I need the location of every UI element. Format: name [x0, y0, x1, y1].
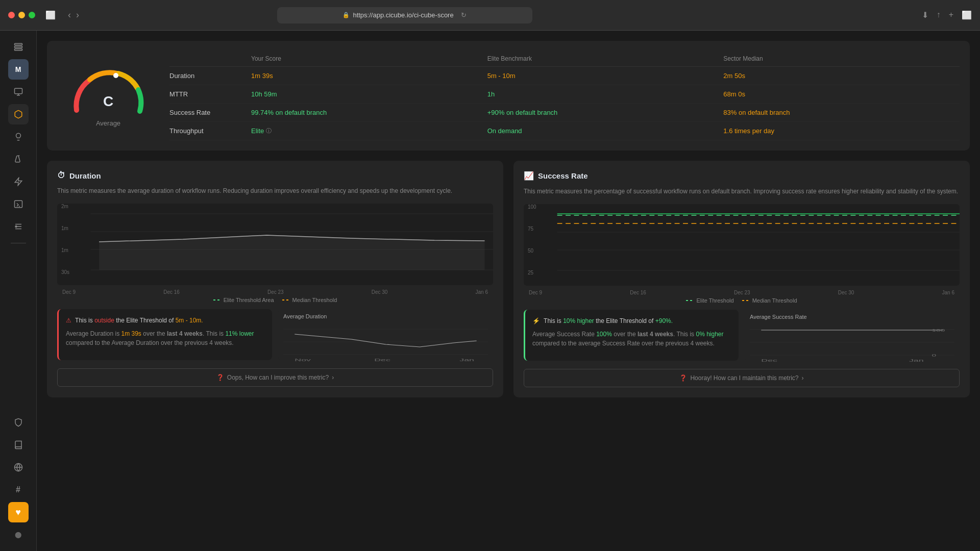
legend-median-line	[282, 299, 290, 300]
s-x-label-dec9: Dec 9	[529, 290, 542, 295]
duration-improve-btn[interactable]: ❓ Oops, How can I improve this metric? ›	[57, 368, 493, 387]
row-label-duration: Duration	[169, 72, 251, 80]
duration-icon: ⏱	[57, 171, 65, 180]
forward-button[interactable]: ›	[76, 10, 79, 20]
sidebar-item-lightning[interactable]	[8, 171, 29, 192]
x-label-dec16: Dec 16	[163, 289, 180, 295]
metrics-table: Your Score Elite Benchmark Sector Median…	[169, 51, 960, 140]
metrics-row-success: Success Rate 99.74% on default branch +9…	[169, 104, 960, 122]
duration-desc: This metric measures the average duratio…	[57, 186, 493, 195]
sidebar-item-book[interactable]	[8, 435, 29, 455]
address-bar[interactable]: 🔒 https://app.cicube.io/ci-cube-score ↻	[277, 7, 532, 23]
duration-panel: ⏱ Duration This metric measures the aver…	[47, 161, 503, 397]
svg-rect-1	[14, 46, 22, 48]
s-legend-median: Median Threshold	[742, 297, 797, 304]
row-elite-duration: 5m - 10m	[487, 72, 724, 80]
sidebar-item-layers[interactable]	[8, 37, 29, 57]
x-label-jan6: Jan 6	[476, 289, 488, 295]
s-legend-elite-line	[686, 300, 694, 301]
metrics-header: Your Score Elite Benchmark Sector Median	[169, 51, 960, 67]
sidebar-item-shield[interactable]	[8, 412, 29, 433]
tabs-icon[interactable]: ⬜	[962, 10, 972, 20]
success-badge-icon: ⚡	[532, 317, 540, 324]
sidebar-item-terminal[interactable]	[8, 194, 29, 214]
s-mini-chart-svg: Dec Jan 100 0	[750, 322, 954, 363]
share-icon[interactable]: ↑	[937, 10, 941, 20]
s-chevron-right-icon: ›	[802, 374, 804, 382]
row-score-throughput: Elite	[251, 127, 264, 135]
success-maintain-btn[interactable]: ❓ Hooray! How can I maintain this metric…	[524, 369, 960, 387]
success-alert-body: Average Success Rate 100% over the last …	[532, 330, 731, 348]
reload-icon[interactable]: ↻	[461, 11, 467, 19]
mini-chart-svg: Nov Dec Jan	[283, 321, 488, 362]
threshold-range: 5m - 10m.	[176, 317, 203, 324]
throughput-info-icon: ⓘ	[266, 127, 272, 135]
duration-chart-area: 2m 1m 1m 30s	[57, 204, 493, 285]
sidebar-item-globe[interactable]	[8, 457, 29, 478]
sidebar-item-monitor[interactable]	[8, 82, 29, 102]
col-your-score: Your Score	[251, 55, 487, 62]
s-mini-chart-title: Average Success Rate	[745, 310, 960, 322]
row-elite-mttr: 1h	[487, 90, 724, 98]
svg-rect-4	[14, 201, 22, 208]
success-alert-card: ⚡ This is 10% higher the Elite Threshold…	[524, 310, 739, 361]
url-text: https://app.cicube.io/ci-cube-score	[353, 11, 453, 19]
maximize-button[interactable]	[29, 12, 35, 18]
mini-chart-title: Average Duration	[278, 309, 493, 321]
row-label-mttr: MTTR	[169, 90, 251, 98]
x-label-dec30: Dec 30	[372, 289, 388, 295]
success-alert-title: ⚡ This is 10% higher the Elite Threshold…	[532, 317, 731, 325]
metrics-row-mttr: MTTR 10h 59m 1h 68m 0s	[169, 85, 960, 104]
sidebar-item-bulb[interactable]	[8, 127, 29, 147]
row-label-throughput: Throughput	[169, 127, 251, 135]
legend-median-threshold: Median Threshold	[282, 297, 337, 303]
success-y-labels: 100 75 50 25	[528, 204, 536, 276]
duration-mini-chart-area: Nov Dec Jan	[278, 321, 493, 366]
row-label-success: Success Rate	[169, 109, 251, 116]
lock-icon: 🔒	[342, 12, 350, 18]
svg-rect-0	[14, 43, 22, 45]
download-icon[interactable]: ⬇	[922, 10, 928, 20]
success-rate-val: 100%	[596, 331, 612, 338]
sidebar-toggle-icon[interactable]: ⬜	[45, 10, 56, 20]
duration-alert-body: Average Duration is 1m 39s over the last…	[66, 329, 265, 347]
sidebar-item-slack[interactable]: #	[8, 480, 29, 500]
row-median-duration: 2m 50s	[723, 72, 960, 80]
higher-text: 10% higher	[563, 317, 594, 324]
gauge-average-label: Average	[96, 119, 120, 127]
browser-actions: ⬇ ↑ + ⬜	[922, 10, 972, 20]
gauge-container: C	[67, 64, 149, 115]
sidebar-item-settings[interactable]	[8, 216, 29, 237]
sidebar-item-flask[interactable]	[8, 149, 29, 169]
legend-elite-threshold: Elite Threshold Area	[213, 297, 274, 303]
minimize-button[interactable]	[18, 12, 25, 18]
row-median-mttr: 68m 0s	[723, 90, 960, 98]
score-card: C Average Your Score Elite Benchmark Sec…	[47, 41, 970, 151]
chevron-right-icon: ›	[332, 374, 334, 381]
new-tab-icon[interactable]: +	[949, 10, 953, 20]
s-legend-median-line	[742, 300, 750, 301]
main-content: C Average Your Score Elite Benchmark Sec…	[37, 31, 980, 551]
y-label-75: 75	[528, 226, 536, 232]
sidebar-item-bottom-extra[interactable]: ⬤	[8, 524, 29, 545]
success-chart-area: 100 75 50 25	[524, 204, 960, 286]
success-icon: 📈	[524, 171, 534, 181]
row-score-duration: 1m 39s	[251, 72, 487, 80]
alert-icon: ⚠	[66, 317, 71, 324]
success-title: Success Rate	[538, 171, 588, 180]
close-button[interactable]	[8, 12, 15, 18]
back-button[interactable]: ‹	[68, 10, 71, 20]
s-question-icon: ❓	[679, 374, 687, 382]
svg-marker-17	[99, 235, 484, 270]
success-chart-svg	[524, 204, 960, 286]
col-elite: Elite Benchmark	[487, 55, 724, 62]
sidebar-item-heart[interactable]: ♥	[8, 502, 29, 522]
y-label-1: 1m	[61, 226, 69, 231]
sidebar-divider	[11, 243, 26, 243]
success-desc: This metric measures the percentage of s…	[524, 187, 960, 196]
sidebar-item-avatar[interactable]: M	[8, 59, 29, 80]
sidebar-item-cube[interactable]	[8, 104, 29, 124]
col-metric	[169, 55, 251, 62]
duration-title: Duration	[69, 171, 101, 180]
duration-x-labels: Dec 9 Dec 16 Dec 23 Dec 30 Jan 6	[57, 289, 493, 295]
